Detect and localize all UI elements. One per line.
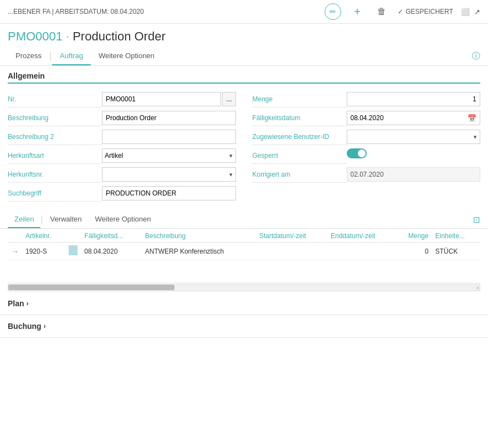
color-indicator — [69, 245, 78, 255]
label-nr: Nr. — [8, 91, 102, 107]
label-herkunftsart: Herkunftsart — [8, 148, 102, 164]
faelligkeit-input[interactable] — [347, 111, 465, 125]
nr-dots-button[interactable]: ... — [222, 92, 235, 106]
form-row-faelligkeit: Fälligkeitsdatum 📅 — [253, 109, 481, 127]
calendar-icon[interactable]: 📅 — [464, 114, 480, 122]
tab-auftrag[interactable]: Auftrag — [52, 47, 91, 65]
tab-divider — [50, 52, 51, 61]
scrollbar-thumb[interactable] — [8, 285, 174, 290]
herkunftsart-select[interactable]: Artikel — [102, 148, 236, 163]
row-einheit: STÜCK — [432, 243, 480, 260]
top-bar-title: ...EBENER FA | ARBEITSDATUM: 08.04.2020 — [8, 8, 319, 16]
form-row-herkunftsnr: Herkunftsnr. — [8, 166, 236, 183]
row-beschreibung: ANTWERP Konferenztisch — [142, 243, 256, 260]
form-row-suchbegriff: Suchbegriff — [8, 184, 236, 202]
saved-status: ✓ GESPEICHERT — [398, 8, 453, 16]
buchung-chevron-icon: › — [44, 322, 46, 330]
form-row-korrigiert: Korrigiert am — [253, 166, 481, 183]
nr-input[interactable] — [102, 92, 221, 106]
buchung-section-title[interactable]: Buchung › — [8, 322, 480, 331]
control-suchbegriff — [102, 186, 236, 200]
restore-button[interactable]: ↗ — [474, 8, 480, 16]
beschreibung-input[interactable] — [102, 111, 236, 125]
form-row-beschreibung: Beschreibung — [8, 109, 236, 127]
subtab-weitere-optionen[interactable]: Weitere Optionen — [89, 211, 158, 228]
plan-section-title[interactable]: Plan › — [8, 299, 480, 308]
info-icon[interactable]: ⓘ — [472, 51, 480, 61]
form-row-benutzer: Zugewiesene Benutzer-ID — [253, 128, 481, 146]
form-col-left: Nr. ... Beschreibung Beschreibung 2 — [8, 90, 236, 203]
input-btn-group-nr: ... — [102, 92, 236, 106]
allgemein-section: Allgemein Nr. ... Beschreibung — [0, 66, 488, 203]
window-controls: ⬜ ↗ — [461, 8, 480, 16]
th-arrow — [8, 229, 22, 243]
label-gesperrt: Gesperrt — [253, 148, 347, 164]
record-id: PMO0001 — [8, 29, 63, 43]
date-wrapper-faelligkeit: 📅 — [347, 111, 481, 125]
th-beschreibung: Beschreibung — [142, 229, 256, 243]
form-row-menge: Menge — [253, 90, 481, 108]
top-bar: ...EBENER FA | ARBEITSDATUM: 08.04.2020 … — [0, 0, 488, 24]
toggle-knob — [358, 150, 366, 157]
tab-bar: Prozess Auftrag Weitere Optionen ⓘ — [0, 47, 488, 66]
edit-button[interactable]: ✏ — [325, 3, 341, 20]
control-herkunftsnr — [102, 167, 236, 182]
add-button[interactable]: + — [349, 3, 366, 20]
plan-chevron-icon: › — [27, 300, 29, 307]
data-table: Artikelnr. Fälligkeitsd... Beschreibung … — [8, 229, 480, 282]
label-korrigiert: Korrigiert am — [253, 167, 347, 183]
tab-weitere-optionen[interactable]: Weitere Optionen — [91, 47, 162, 65]
table-section: Artikelnr. Fälligkeitsd... Beschreibung … — [0, 229, 488, 282]
record-name: Production Order — [73, 29, 166, 43]
th-menge: Menge — [396, 229, 432, 243]
horizontal-scrollbar[interactable]: › — [8, 284, 480, 291]
beschreibung2-input[interactable] — [102, 130, 236, 144]
label-faelligkeit: Fälligkeitsdatum — [253, 110, 347, 126]
control-beschreibung2 — [102, 130, 236, 144]
plan-label: Plan — [8, 299, 24, 308]
control-gesperrt — [347, 148, 481, 163]
th-enddatum: Enddatum/-zeit — [327, 229, 396, 243]
menge-input[interactable] — [347, 92, 481, 106]
label-herkunftsnr: Herkunftsnr. — [8, 167, 102, 183]
row-faelligkeit: 08.04.2020 — [81, 243, 141, 260]
table-row[interactable]: → 1920-S 08.04.2020 ANTWERP Konferenztis… — [8, 243, 480, 260]
control-korrigiert — [347, 167, 481, 182]
table-empty-row — [8, 260, 480, 282]
top-bar-actions: ✏ + 🗑 ✓ GESPEICHERT ⬜ ↗ — [325, 3, 480, 20]
scrollbar-right-arrow[interactable]: › — [477, 284, 479, 291]
form-row-beschreibung2: Beschreibung 2 — [8, 128, 236, 146]
control-menge — [347, 92, 481, 106]
subtab-zeilen[interactable]: Zeilen — [8, 211, 40, 228]
gesperrt-toggle[interactable] — [347, 148, 367, 158]
maximize-button[interactable]: ⬜ — [461, 8, 470, 16]
th-artikelnr: Artikelnr. — [22, 229, 65, 243]
row-arrow: → — [8, 243, 22, 260]
row-menge: 0 — [396, 243, 432, 260]
form-row-nr: Nr. ... — [8, 90, 236, 108]
form-row-gesperrt: Gesperrt — [253, 147, 481, 164]
row-color — [65, 243, 81, 260]
control-benutzer — [347, 130, 481, 144]
check-icon: ✓ — [398, 8, 403, 16]
control-faelligkeit: 📅 — [347, 111, 481, 125]
control-herkunftsart: Artikel — [102, 148, 236, 163]
benutzer-select[interactable] — [347, 130, 481, 144]
tab-prozess[interactable]: Prozess — [8, 47, 49, 65]
row-artikelnr: 1920-S — [22, 243, 65, 260]
korrigiert-input — [347, 167, 481, 182]
subtab-verwalten[interactable]: Verwalten — [43, 211, 88, 228]
toggle-wrapper-gesperrt — [347, 148, 481, 158]
th-einheit: Einheite... — [432, 229, 480, 243]
control-nr: ... — [102, 92, 236, 106]
subtab-divider — [42, 215, 42, 224]
delete-button[interactable]: 🗑 — [373, 3, 390, 20]
row-enddatum — [327, 243, 396, 260]
expand-icon[interactable]: ⊡ — [473, 215, 480, 225]
th-color — [65, 229, 81, 243]
label-beschreibung: Beschreibung — [8, 110, 102, 126]
suchbegriff-input[interactable] — [102, 186, 236, 200]
plan-section: Plan › — [0, 292, 488, 315]
section-title-allgemein: Allgemein — [8, 71, 480, 84]
herkunftsnr-select[interactable] — [102, 167, 236, 182]
